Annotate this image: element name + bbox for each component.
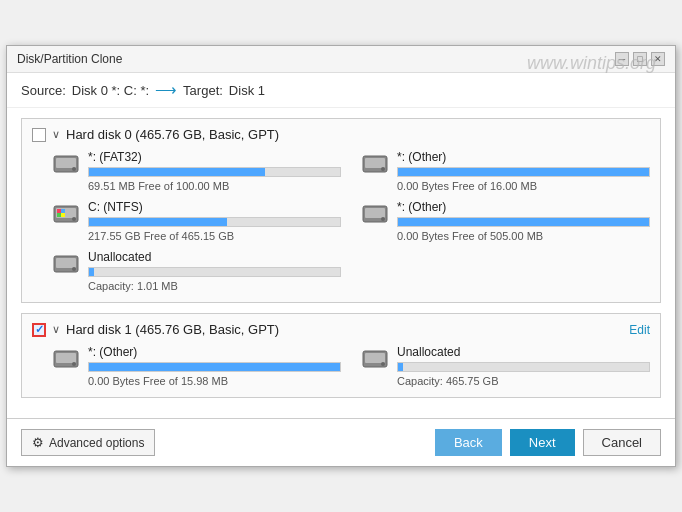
disk0-checkbox[interactable] <box>32 128 46 142</box>
progress-bg-ntfs <box>88 217 341 227</box>
svg-rect-15 <box>365 208 385 218</box>
maximize-button[interactable]: □ <box>633 52 647 66</box>
drive-icon-unallocated0 <box>52 252 80 276</box>
disk1-edit-link[interactable]: Edit <box>629 323 650 337</box>
partition-info-unallocated0: Unallocated Capacity: 1.01 MB <box>88 250 341 292</box>
progress-fill-other1 <box>398 168 649 176</box>
progress-bg-unallocated0 <box>88 267 341 277</box>
partition-name-other1: *: (Other) <box>397 150 650 164</box>
partition-other1: *: (Other) 0.00 Bytes Free of 16.00 MB <box>361 150 650 192</box>
partition-disk1-other: *: (Other) 0.00 Bytes Free of 15.98 MB <box>52 345 341 387</box>
partition-size-ntfs: 217.55 GB Free of 465.15 GB <box>88 230 341 242</box>
svg-point-2 <box>72 167 76 171</box>
checkmark-icon: ✓ <box>35 323 44 336</box>
svg-point-22 <box>72 362 76 366</box>
disk-section-0: ∨ Hard disk 0 (465.76 GB, Basic, GPT) *:… <box>21 118 661 303</box>
source-bar: Source: Disk 0 *: C: *: ⟶ Target: Disk 1 <box>7 73 675 108</box>
advanced-options-button[interactable]: ⚙ Advanced options <box>21 429 155 456</box>
partition-info-other2: *: (Other) 0.00 Bytes Free of 505.00 MB <box>397 200 650 242</box>
partition-ntfs: C: (NTFS) 217.55 GB Free of 465.15 GB <box>52 200 341 242</box>
target-label: Target: <box>183 83 223 98</box>
partition-size-unallocated0: Capacity: 1.01 MB <box>88 280 341 292</box>
disk0-header: ∨ Hard disk 0 (465.76 GB, Basic, GPT) <box>32 127 650 142</box>
next-button[interactable]: Next <box>510 429 575 456</box>
partition-info-fat32: *: (FAT32) 69.51 MB Free of 100.00 MB <box>88 150 341 192</box>
partition-size-other2: 0.00 Bytes Free of 505.00 MB <box>397 230 650 242</box>
svg-rect-18 <box>56 258 76 268</box>
drive-icon-ntfs <box>52 202 80 226</box>
cancel-button[interactable]: Cancel <box>583 429 661 456</box>
partition-name-other2: *: (Other) <box>397 200 650 214</box>
source-label: Source: <box>21 83 66 98</box>
svg-rect-4 <box>365 158 385 168</box>
title-bar: Disk/Partition Clone ─ □ ✕ <box>7 46 675 73</box>
gear-icon: ⚙ <box>32 435 44 450</box>
partition-size-disk1-other: 0.00 Bytes Free of 15.98 MB <box>88 375 341 387</box>
bottom-bar: ⚙ Advanced options Back Next Cancel <box>7 418 675 466</box>
partition-info-ntfs: C: (NTFS) 217.55 GB Free of 465.15 GB <box>88 200 341 242</box>
partition-unallocated0: Unallocated Capacity: 1.01 MB <box>52 250 341 292</box>
partition-fat32: *: (FAT32) 69.51 MB Free of 100.00 MB <box>52 150 341 192</box>
progress-fill-other2 <box>398 218 649 226</box>
progress-bg-disk1-unallocated <box>397 362 650 372</box>
progress-bg-disk1-other <box>88 362 341 372</box>
progress-bg-other1 <box>397 167 650 177</box>
main-window: Disk/Partition Clone ─ □ ✕ Source: Disk … <box>6 45 676 467</box>
disk0-title: Hard disk 0 (465.76 GB, Basic, GPT) <box>66 127 279 142</box>
svg-rect-10 <box>57 209 61 213</box>
svg-rect-21 <box>56 353 76 363</box>
disk1-partitions: *: (Other) 0.00 Bytes Free of 15.98 MB <box>32 345 650 387</box>
disk-section-1: ✓ ∨ Hard disk 1 (465.76 GB, Basic, GPT) … <box>21 313 661 398</box>
partition-name-unallocated0: Unallocated <box>88 250 341 264</box>
arrow-icon: ⟶ <box>155 81 177 99</box>
svg-rect-24 <box>365 353 385 363</box>
advanced-options-label: Advanced options <box>49 436 144 450</box>
window-title: Disk/Partition Clone <box>17 52 122 66</box>
svg-point-5 <box>381 167 385 171</box>
progress-fill-disk1-unallocated <box>398 363 403 371</box>
disk1-header: ✓ ∨ Hard disk 1 (465.76 GB, Basic, GPT) … <box>32 322 650 337</box>
svg-point-16 <box>381 217 385 221</box>
back-button[interactable]: Back <box>435 429 502 456</box>
window-controls: ─ □ ✕ <box>615 52 665 66</box>
partition-disk1-unallocated: Unallocated Capacity: 465.75 GB <box>361 345 650 387</box>
svg-point-8 <box>72 217 76 221</box>
svg-point-25 <box>381 362 385 366</box>
progress-fill-ntfs <box>89 218 227 226</box>
partition-name-fat32: *: (FAT32) <box>88 150 341 164</box>
svg-rect-13 <box>61 213 65 217</box>
drive-icon-disk1-unallocated <box>361 347 389 371</box>
drive-icon-fat32 <box>52 152 80 176</box>
partition-name-disk1-other: *: (Other) <box>88 345 341 359</box>
partition-name-ntfs: C: (NTFS) <box>88 200 341 214</box>
partition-size-other1: 0.00 Bytes Free of 16.00 MB <box>397 180 650 192</box>
disk1-chevron: ∨ <box>52 323 60 336</box>
drive-icon-disk1-other <box>52 347 80 371</box>
partition-info-disk1-unallocated: Unallocated Capacity: 465.75 GB <box>397 345 650 387</box>
drive-icon-other2 <box>361 202 389 226</box>
minimize-button[interactable]: ─ <box>615 52 629 66</box>
progress-fill-unallocated0 <box>89 268 94 276</box>
partition-info-other1: *: (Other) 0.00 Bytes Free of 16.00 MB <box>397 150 650 192</box>
progress-fill-fat32 <box>89 168 265 176</box>
disk0-partitions: *: (FAT32) 69.51 MB Free of 100.00 MB <box>32 150 650 292</box>
partition-size-disk1-unallocated: Capacity: 465.75 GB <box>397 375 650 387</box>
svg-rect-12 <box>57 213 61 217</box>
svg-rect-1 <box>56 158 76 168</box>
drive-icon-other1 <box>361 152 389 176</box>
partition-size-fat32: 69.51 MB Free of 100.00 MB <box>88 180 341 192</box>
progress-fill-disk1-other <box>89 363 340 371</box>
progress-bg-other2 <box>397 217 650 227</box>
partition-other2: *: (Other) 0.00 Bytes Free of 505.00 MB <box>361 200 650 242</box>
disk1-title: Hard disk 1 (465.76 GB, Basic, GPT) <box>66 322 279 337</box>
close-button[interactable]: ✕ <box>651 52 665 66</box>
content-area: ∨ Hard disk 0 (465.76 GB, Basic, GPT) *:… <box>7 108 675 418</box>
disk0-chevron: ∨ <box>52 128 60 141</box>
svg-rect-11 <box>61 209 65 213</box>
svg-point-19 <box>72 267 76 271</box>
target-value: Disk 1 <box>229 83 265 98</box>
partition-info-disk1-other: *: (Other) 0.00 Bytes Free of 15.98 MB <box>88 345 341 387</box>
disk1-checkbox[interactable]: ✓ <box>32 323 46 337</box>
source-value: Disk 0 *: C: *: <box>72 83 149 98</box>
progress-bg-fat32 <box>88 167 341 177</box>
